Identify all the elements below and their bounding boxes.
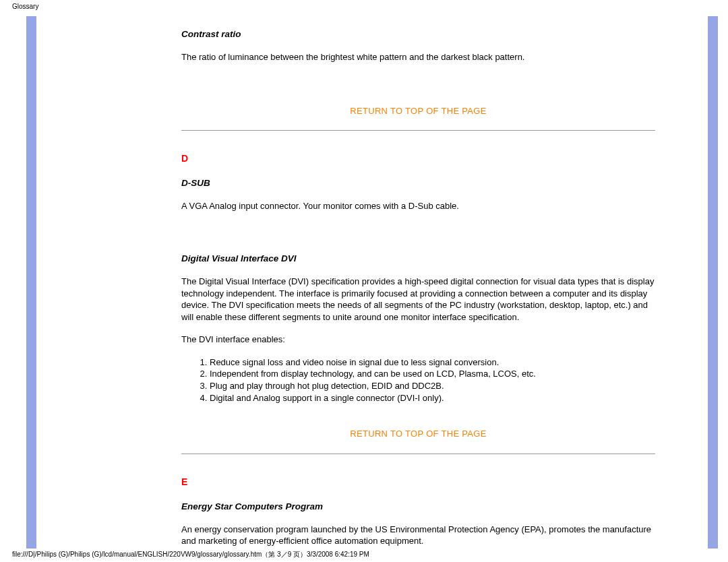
section-letter-d: D <box>181 152 655 165</box>
list-item: Plug and play through hot plug detection… <box>210 380 655 392</box>
return-to-top-link[interactable]: RETURN TO TOP OF THE PAGE <box>181 428 655 440</box>
term-dvi-title: Digital Visual Interface DVI <box>181 253 655 265</box>
page-header-label: Glossary <box>12 3 38 10</box>
left-margin <box>36 16 181 549</box>
term-dvi-enables-intro: The DVI interface enables: <box>181 334 655 346</box>
section-letter-e: E <box>181 476 655 489</box>
return-to-top-link[interactable]: RETURN TO TOP OF THE PAGE <box>181 105 655 117</box>
left-border-bar <box>26 16 36 549</box>
footer-file-path: file:///D|/Philips (G)/Philips (G)/lcd/m… <box>12 550 369 559</box>
term-contrast-ratio-title: Contrast ratio <box>181 28 655 40</box>
list-item: Digital and Analog support in a single c… <box>210 392 655 404</box>
list-item: Independent from display technology, and… <box>210 368 655 380</box>
list-item: Reduce signal loss and video noise in si… <box>210 356 655 369</box>
term-dvi-text: The Digital Visual Interface (DVI) speci… <box>181 276 655 323</box>
page-frame: Contrast ratio The ratio of luminance be… <box>26 16 718 549</box>
right-border-bar <box>708 16 718 549</box>
term-energy-star-title: Energy Star Computers Program <box>181 501 655 513</box>
term-dsub-text: A VGA Analog input connector. Your monit… <box>181 200 655 212</box>
dvi-enables-list: Reduce signal loss and video noise in si… <box>181 356 655 404</box>
right-margin <box>663 16 708 549</box>
term-energy-star-text: An energy conservation program launched … <box>181 524 655 547</box>
term-dsub-title: D-SUB <box>181 177 655 189</box>
main-content: Contrast ratio The ratio of luminance be… <box>181 16 663 549</box>
term-contrast-ratio-text: The ratio of luminance between the brigh… <box>181 51 655 63</box>
